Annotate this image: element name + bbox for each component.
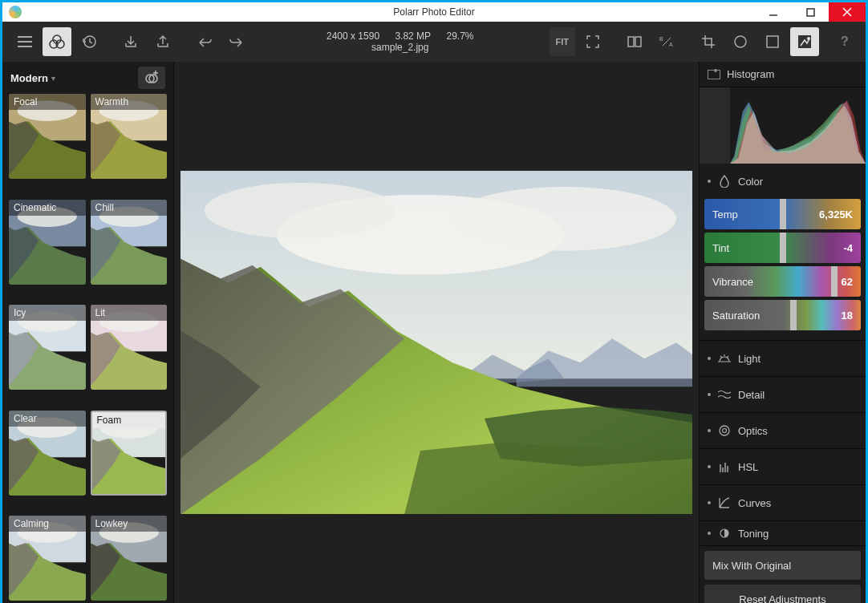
svg-text:B: B xyxy=(659,36,663,42)
svg-rect-17 xyxy=(767,36,778,47)
svg-rect-1 xyxy=(807,9,814,16)
crop-button[interactable] xyxy=(694,27,723,56)
panel-detail-header[interactable]: Detail xyxy=(700,377,866,412)
slider-sat[interactable]: Saturation18 xyxy=(704,300,861,330)
filter-chill[interactable]: Chill xyxy=(91,200,168,285)
filter-label: Lit xyxy=(91,305,168,321)
slider-value: 62 xyxy=(842,276,853,288)
menu-button[interactable] xyxy=(10,27,39,56)
panel-curves-label: Curves xyxy=(738,497,771,509)
histogram-label: Histogram xyxy=(727,68,774,80)
bars-icon xyxy=(717,459,732,474)
svg-point-49 xyxy=(723,429,727,433)
panel-optics-label: Optics xyxy=(738,425,768,437)
image-megapixels: 3.82 MP xyxy=(395,30,431,42)
panel-color-header[interactable]: Color xyxy=(700,164,866,199)
filter-foam[interactable]: Foam xyxy=(91,411,168,496)
history-button[interactable] xyxy=(75,27,103,56)
panel-curves-header[interactable]: Curves xyxy=(700,485,866,520)
filter-cinematic[interactable]: Cinematic xyxy=(9,200,86,285)
filters-grid: FocalWarmthCinematicChillIcyLitClearFoam… xyxy=(2,94,173,603)
filter-lit[interactable]: Lit xyxy=(91,305,168,390)
redo-button[interactable] xyxy=(222,27,251,56)
adjustments-panel: Histogram C xyxy=(699,62,866,603)
dot-icon xyxy=(708,501,711,504)
import-button[interactable] xyxy=(116,27,145,56)
filter-label: Focal xyxy=(9,94,86,110)
filters-button[interactable] xyxy=(43,27,71,56)
panel-optics-header[interactable]: Optics xyxy=(700,413,866,448)
radial-button[interactable] xyxy=(726,27,755,56)
filter-warmth[interactable]: Warmth xyxy=(91,94,168,179)
export-button[interactable] xyxy=(148,27,177,56)
before-after-button[interactable]: BA xyxy=(652,27,681,56)
panel-hsl-label: HSL xyxy=(738,461,758,473)
image-info: 2400 x 1590 3.82 MP 29.7% sample_2.jpg xyxy=(253,30,548,53)
gradient-button[interactable] xyxy=(758,27,787,56)
help-button[interactable]: ? xyxy=(830,34,859,49)
dot-icon xyxy=(708,429,711,432)
add-filter-button[interactable] xyxy=(138,67,165,89)
svg-point-46 xyxy=(452,187,676,251)
app-icon xyxy=(9,6,22,18)
maximize-button[interactable] xyxy=(792,2,829,22)
toolbar: 2400 x 1590 3.82 MP 29.7% sample_2.jpg F… xyxy=(2,22,866,62)
image-zoom: 29.7% xyxy=(446,30,473,42)
slider-vib[interactable]: Vibrance62 xyxy=(704,266,861,297)
adjustments-button[interactable] xyxy=(790,27,819,56)
filter-clear[interactable]: Clear xyxy=(9,411,86,496)
dot-icon xyxy=(708,465,711,468)
curve-icon xyxy=(717,496,732,510)
minimize-button[interactable] xyxy=(755,2,792,22)
dot-icon xyxy=(708,393,711,396)
filter-category[interactable]: Modern xyxy=(10,72,48,84)
svg-point-48 xyxy=(720,426,729,435)
dot-icon xyxy=(708,532,711,535)
slider-temp[interactable]: Temp6,325K xyxy=(704,199,861,229)
filter-label: Calming xyxy=(9,516,86,532)
svg-rect-12 xyxy=(635,37,641,47)
image-icon xyxy=(708,70,720,79)
slider-value: 6,325K xyxy=(819,208,853,221)
svg-text:A: A xyxy=(669,42,673,47)
filter-icy[interactable]: Icy xyxy=(9,305,86,390)
droplet-icon xyxy=(717,174,732,188)
histogram-clip-indicator xyxy=(700,87,730,164)
panel-color-label: Color xyxy=(738,176,763,188)
fit-button[interactable]: FIT xyxy=(550,27,576,56)
svg-rect-11 xyxy=(628,37,634,47)
waves-icon xyxy=(717,387,732,402)
panel-light-header[interactable]: Light xyxy=(700,341,866,376)
filter-lowkey[interactable]: Lowkey xyxy=(91,516,168,601)
chevron-down-icon: ▾ xyxy=(51,74,55,83)
reset-adjustments-button[interactable]: Reset Adjustments xyxy=(704,585,861,603)
panel-light-label: Light xyxy=(738,353,761,365)
canvas[interactable] xyxy=(174,62,699,603)
filter-label: Cinematic xyxy=(9,200,86,216)
filter-calming[interactable]: Calming xyxy=(9,516,86,601)
svg-point-47 xyxy=(205,183,396,239)
panel-hsl-header[interactable]: HSL xyxy=(700,449,866,484)
image-filename: sample_2.jpg xyxy=(253,42,548,53)
histogram xyxy=(730,95,866,164)
histogram-header[interactable]: Histogram xyxy=(700,62,866,87)
filter-focal[interactable]: Focal xyxy=(9,94,86,179)
filters-panel: Modern ▾ FocalWarmthCinematicChillIcyLit… xyxy=(2,62,174,603)
titlebar: Polarr Photo Editor xyxy=(2,2,866,22)
filter-label: Icy xyxy=(9,305,86,321)
panel-toning-header[interactable]: Toning xyxy=(700,521,866,545)
mix-with-original-button[interactable]: Mix With Original xyxy=(704,551,861,580)
slider-name: Saturation xyxy=(712,310,760,322)
slider-name: Tint xyxy=(712,242,729,254)
panel-detail-label: Detail xyxy=(738,389,765,401)
slider-value: 18 xyxy=(842,310,853,322)
compare-button[interactable] xyxy=(620,27,649,56)
undo-button[interactable] xyxy=(190,27,219,56)
svg-point-19 xyxy=(807,37,810,40)
fullscreen-button[interactable] xyxy=(578,27,607,56)
close-button[interactable] xyxy=(829,2,866,22)
slider-tint[interactable]: Tint-4 xyxy=(704,233,861,263)
image-dimensions: 2400 x 1590 xyxy=(327,30,379,42)
lens-icon xyxy=(717,423,732,438)
slider-name: Temp xyxy=(712,208,738,221)
